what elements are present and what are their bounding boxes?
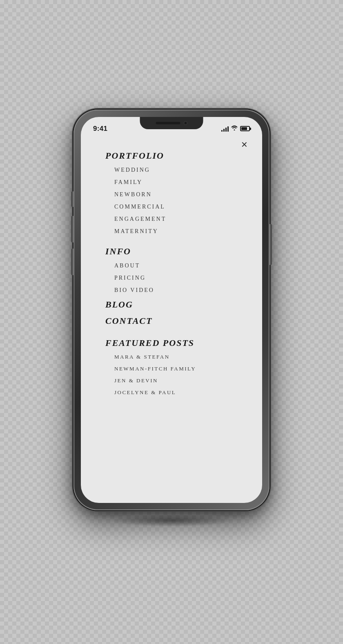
menu-item-pricing[interactable]: PRICING bbox=[114, 275, 242, 281]
status-icons bbox=[221, 125, 250, 132]
menu-item-wedding[interactable]: WEDDING bbox=[114, 167, 242, 173]
menu-item-family[interactable]: FAMILY bbox=[114, 179, 242, 186]
signal-bar-1 bbox=[221, 130, 223, 132]
menu-item-about[interactable]: ABOUT bbox=[114, 263, 242, 269]
featured-posts-heading[interactable]: FEATURED POSTS bbox=[105, 338, 242, 348]
mute-button bbox=[71, 191, 74, 207]
menu-item-maternity[interactable]: MATERNITY bbox=[114, 228, 242, 235]
portfolio-heading[interactable]: PORTFOLIO bbox=[105, 150, 242, 161]
featured-item-newman-fitch[interactable]: NEWMAN-FITCH FAMILY bbox=[114, 366, 242, 372]
phone-mockup: 9:41 bbox=[74, 110, 270, 510]
battery-fill bbox=[241, 127, 247, 130]
menu-item-newborn[interactable]: NEWBORN bbox=[114, 191, 242, 198]
phone-shell: 9:41 bbox=[74, 110, 270, 510]
status-time: 9:41 bbox=[93, 125, 107, 133]
featured-item-mara-stefan[interactable]: MARA & STEFAN bbox=[114, 354, 242, 360]
featured-item-jen-devin[interactable]: JEN & DEVIN bbox=[114, 377, 242, 384]
signal-bar-3 bbox=[225, 128, 227, 132]
notch bbox=[140, 117, 203, 129]
wifi-icon bbox=[231, 125, 238, 132]
menu-item-bio-video[interactable]: BIO VIDEO bbox=[114, 287, 242, 294]
battery-icon bbox=[240, 126, 250, 131]
contact-link[interactable]: CONTACT bbox=[105, 316, 242, 326]
signal-bar-2 bbox=[223, 129, 225, 132]
signal-bars-icon bbox=[221, 126, 229, 132]
menu-item-commercial[interactable]: COMMERCIAL bbox=[114, 204, 242, 210]
phone-shadow bbox=[110, 514, 233, 527]
menu-content: PORTFOLIO WEDDING FAMILY NEWBORN COMMERC… bbox=[81, 135, 262, 503]
front-camera bbox=[183, 121, 187, 125]
speaker bbox=[156, 122, 180, 124]
info-heading[interactable]: INFO bbox=[105, 246, 242, 257]
phone-screen: 9:41 bbox=[81, 117, 262, 503]
menu-item-engagement[interactable]: ENGAGEMENT bbox=[114, 216, 242, 222]
volume-up-button bbox=[71, 216, 74, 242]
signal-bar-4 bbox=[227, 126, 229, 132]
power-button bbox=[270, 224, 272, 265]
volume-down-button bbox=[71, 249, 74, 275]
close-button[interactable]: × bbox=[241, 139, 247, 150]
blog-link[interactable]: BLOG bbox=[105, 299, 242, 310]
featured-item-jocelyne-paul[interactable]: JOCELYNE & PAUL bbox=[114, 389, 242, 396]
